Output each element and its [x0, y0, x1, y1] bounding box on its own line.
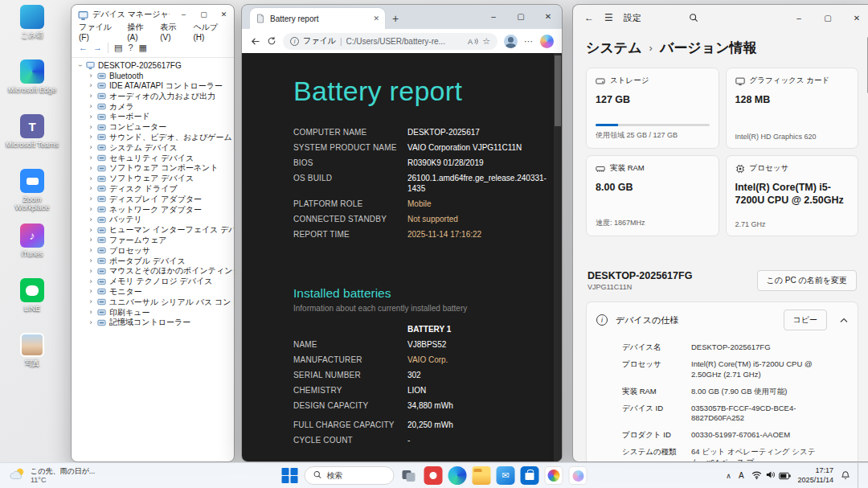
help-icon[interactable]: ?	[128, 43, 133, 52]
tree-item[interactable]: › 印刷キュー	[72, 307, 234, 318]
expander-icon[interactable]: ›	[88, 257, 94, 265]
photos-icon[interactable]	[545, 466, 563, 485]
maximize-button[interactable]: ▢	[507, 5, 534, 27]
scrollbar-thumb[interactable]	[555, 55, 561, 126]
back-icon[interactable]	[250, 36, 260, 47]
expander-icon[interactable]: ›	[88, 165, 94, 172]
desktop-icon-edge[interactable]: Microsoft Edge	[5, 59, 59, 110]
start-button[interactable]	[281, 467, 299, 485]
desktop-icon-photo[interactable]: 写真	[5, 333, 59, 383]
tree-item[interactable]: › Bluetooth	[72, 71, 234, 81]
taskbar-search[interactable]: 検索	[305, 466, 395, 485]
expander-icon[interactable]: ›	[88, 247, 94, 254]
close-button[interactable]: ✕	[842, 5, 868, 31]
tray-overflow-chevron-icon[interactable]: ∧	[726, 472, 731, 480]
expander-icon[interactable]: ›	[76, 62, 84, 68]
scan-devices-icon[interactable]: ▦	[139, 43, 147, 52]
desktop-icon-itunes[interactable]: iTunes	[5, 223, 59, 274]
tree-item[interactable]: › メモリ テクノロジ デバイス	[72, 277, 234, 287]
forward-icon[interactable]: →	[93, 43, 102, 52]
profile-avatar[interactable]	[504, 35, 518, 48]
tab-close-icon[interactable]: ✕	[373, 14, 379, 23]
expander-icon[interactable]: ›	[88, 113, 94, 121]
desktop-icon-teams[interactable]: Microsoft Teams	[5, 114, 59, 165]
expander-icon[interactable]: ›	[88, 319, 94, 326]
copilot-icon[interactable]	[540, 35, 554, 48]
expander-icon[interactable]: ›	[88, 236, 94, 244]
expander-icon[interactable]: ›	[88, 133, 94, 141]
chevron-up-icon[interactable]	[840, 318, 848, 323]
tree-item[interactable]: › サウンド、ビデオ、およびゲーム コントローラー	[72, 133, 234, 143]
minimize-button[interactable]: –	[480, 5, 507, 27]
expander-icon[interactable]: ›	[88, 268, 94, 275]
tree-item[interactable]: › コンピューター	[72, 122, 234, 133]
copy-button[interactable]: コピー	[784, 310, 827, 330]
expander-icon[interactable]: ›	[88, 144, 94, 151]
tree-item[interactable]: › 記憶域コントローラー	[72, 318, 234, 328]
console-document-icon[interactable]: ▤	[114, 43, 122, 52]
mail-icon[interactable]	[497, 466, 515, 485]
notification-bell-icon[interactable]	[841, 469, 850, 483]
edge-taskbar-icon[interactable]	[448, 466, 467, 485]
tree-item[interactable]: › カメラ	[72, 101, 234, 112]
tree-item[interactable]: › ヒューマン インターフェイス デバイス	[72, 225, 234, 236]
tree-item[interactable]: › モニター	[72, 287, 234, 297]
expander-icon[interactable]: ›	[88, 278, 94, 285]
tree-item[interactable]: › ソフトウェア デバイス	[72, 174, 234, 184]
tree-item[interactable]: › ユニバーサル シリアル バス コントローラー	[72, 297, 234, 307]
expander-icon[interactable]: ›	[88, 124, 94, 131]
ime-mode-indicator[interactable]: A	[739, 471, 744, 480]
expander-icon[interactable]: ›	[88, 72, 94, 80]
expander-icon[interactable]: ›	[88, 103, 94, 110]
show-desktop-button[interactable]	[858, 463, 862, 488]
tree-item[interactable]: › ポータブル デバイス	[72, 256, 234, 266]
search-icon[interactable]	[689, 13, 698, 23]
back-icon[interactable]: ←	[79, 43, 88, 52]
tree-item[interactable]: › マウスとそのほかのポインティング デバイス	[72, 266, 234, 277]
favorite-star-icon[interactable]: ☆	[482, 36, 490, 47]
microsoft-store-icon[interactable]	[521, 466, 539, 485]
tree-item[interactable]: › システム デバイス	[72, 142, 234, 153]
tab-battery-report[interactable]: Battery report ✕	[250, 8, 385, 29]
tree-item[interactable]: › ネットワーク アダプター	[72, 204, 234, 215]
tree-item[interactable]: › IDE ATA/ATAPI コントローラー	[72, 81, 234, 92]
clock[interactable]: 17:17 2025/11/14	[798, 466, 833, 485]
refresh-icon[interactable]	[267, 36, 276, 46]
task-view-icon[interactable]	[400, 466, 419, 485]
browser-menu-icon[interactable]: ⋯	[524, 36, 534, 47]
tree-item[interactable]: › バッテリ	[72, 215, 234, 225]
network-volume-battery-group[interactable]	[751, 469, 791, 483]
desktop-icon-recycle-bin[interactable]: ごみ箱	[5, 5, 59, 55]
read-aloud-icon[interactable]: A	[468, 37, 478, 46]
tree-item[interactable]: › オーディオの入力および出力	[72, 91, 234, 101]
desktop-icon-line[interactable]: LINE	[5, 278, 59, 329]
rename-pc-button[interactable]: この PC の名前を変更	[757, 270, 857, 291]
hamburger-menu-icon[interactable]: ☰	[604, 13, 613, 23]
tree-item[interactable]: › セキュリティ デバイス	[72, 153, 234, 163]
desktop-icon-zoom[interactable]: Zoom Workplace	[5, 169, 59, 219]
expander-icon[interactable]: ›	[88, 216, 94, 223]
expander-icon[interactable]: ›	[88, 175, 94, 182]
tree-item[interactable]: › ファームウェア	[72, 236, 234, 246]
expander-icon[interactable]: ›	[88, 288, 94, 295]
minimize-button[interactable]: –	[784, 5, 813, 31]
expander-icon[interactable]: ›	[88, 227, 94, 234]
expander-icon[interactable]: ›	[88, 195, 94, 203]
expander-icon[interactable]: ›	[88, 92, 94, 100]
device-spec-header[interactable]: i デバイスの仕様 コピー	[587, 302, 858, 338]
tree-item[interactable]: › ソフトウェア コンポーネント	[72, 163, 234, 174]
expander-icon[interactable]: ›	[88, 154, 94, 162]
file-explorer-icon[interactable]	[473, 466, 491, 485]
expander-icon[interactable]: ›	[88, 309, 94, 316]
page-scrollbar[interactable]	[554, 53, 562, 461]
new-tab-button[interactable]: +	[385, 8, 406, 29]
tree-item[interactable]: › プロセッサ	[72, 245, 234, 256]
back-icon[interactable]: ←	[584, 13, 594, 23]
tree-item[interactable]: › キーボード	[72, 112, 234, 122]
expander-icon[interactable]: ›	[88, 206, 94, 213]
expander-icon[interactable]: ›	[88, 298, 94, 306]
tree-item[interactable]: › ディスク ドライブ	[72, 184, 234, 195]
expander-icon[interactable]: ›	[88, 185, 94, 192]
red-app-icon[interactable]	[424, 466, 443, 485]
close-button[interactable]: ✕	[534, 5, 562, 27]
